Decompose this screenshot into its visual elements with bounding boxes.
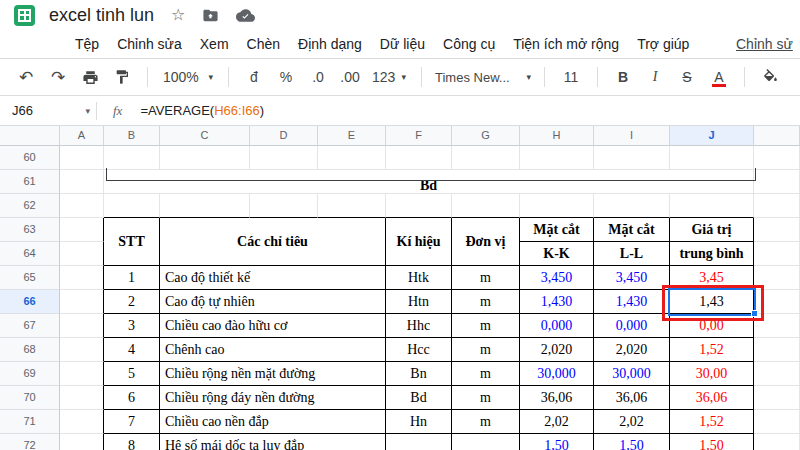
more-formats-button[interactable]: 123 ▾ <box>368 64 410 90</box>
cell-kk[interactable]: 1,430 <box>520 290 594 314</box>
table-header-avg[interactable]: trung bình <box>670 242 754 266</box>
cell[interactable] <box>754 242 800 266</box>
cell[interactable] <box>386 146 452 170</box>
cell[interactable] <box>60 338 104 362</box>
cell[interactable] <box>104 194 160 218</box>
cell-criteria[interactable]: Cao độ thiết kế <box>160 266 386 290</box>
cell[interactable] <box>60 146 104 170</box>
table-header-symbol[interactable]: Kí hiệu <box>386 218 452 266</box>
table-header-kk[interactable]: K-K <box>520 242 594 266</box>
redo-button[interactable]: ↷ <box>44 64 72 90</box>
cell[interactable] <box>60 410 104 434</box>
cell-avg[interactable]: 3,45 <box>670 266 754 290</box>
strikethrough-button[interactable]: S <box>673 64 701 90</box>
table-header-stt[interactable]: STT <box>104 218 160 266</box>
menu-edit[interactable]: Chỉnh sửa <box>108 33 191 55</box>
cell[interactable] <box>160 194 250 218</box>
cell-avg-selected[interactable]: 1,43 <box>670 290 754 314</box>
menu-data[interactable]: Dữ liệu <box>371 33 434 55</box>
cell-unit[interactable]: m <box>452 362 520 386</box>
cell[interactable] <box>754 362 800 386</box>
cell[interactable] <box>60 170 104 194</box>
decrease-decimal-button[interactable]: .0 <box>304 64 332 90</box>
menu-help[interactable]: Trợ giúp <box>628 33 698 55</box>
cell[interactable] <box>520 146 594 170</box>
cell[interactable] <box>754 146 800 170</box>
row-header-64[interactable]: 64 <box>0 242 60 266</box>
cell-criteria[interactable]: Chiều rộng đáy nền đường <box>160 386 386 410</box>
sheets-logo-icon[interactable] <box>14 5 35 26</box>
cell-avg[interactable]: 1,52 <box>670 338 754 362</box>
cell[interactable] <box>520 194 594 218</box>
cell-symbol[interactable] <box>386 434 452 450</box>
menu-view[interactable]: Xem <box>191 33 238 55</box>
row-header-65[interactable]: 65 <box>0 266 60 290</box>
cell[interactable] <box>60 194 104 218</box>
col-header-g[interactable]: G <box>452 126 520 146</box>
cell[interactable] <box>60 314 104 338</box>
menu-extensions[interactable]: Tiện ích mở rộng <box>504 33 628 55</box>
merged-cell-bd-label[interactable]: Bd <box>104 170 754 194</box>
cell-stt[interactable]: 6 <box>104 386 160 410</box>
col-header-a[interactable]: A <box>60 126 104 146</box>
cell[interactable] <box>104 146 160 170</box>
increase-decimal-button[interactable]: .00 <box>336 64 364 90</box>
cell-criteria[interactable]: Chiều cao nền đắp <box>160 410 386 434</box>
cell-avg[interactable]: 1,50 <box>670 434 754 450</box>
select-all-corner[interactable] <box>0 126 60 146</box>
cell-ll[interactable]: 2,020 <box>594 338 670 362</box>
cell-kk[interactable]: 2,020 <box>520 338 594 362</box>
undo-button[interactable]: ↶ <box>12 64 40 90</box>
cell[interactable] <box>60 386 104 410</box>
cell[interactable] <box>60 434 104 450</box>
cell-symbol[interactable]: Hcc <box>386 338 452 362</box>
table-header-unit[interactable]: Đơn vị <box>452 218 520 266</box>
cell-criteria[interactable]: Cao độ tự nhiên <box>160 290 386 314</box>
cell-kk[interactable]: 0,000 <box>520 314 594 338</box>
row-header-69[interactable]: 69 <box>0 362 60 386</box>
cell-ll[interactable]: 36,06 <box>594 386 670 410</box>
cell-stt[interactable]: 4 <box>104 338 160 362</box>
col-header-d[interactable]: D <box>250 126 318 146</box>
formula-input[interactable]: =AVERAGE(H66:I66) <box>140 103 264 118</box>
cell-criteria[interactable]: Chênh cao <box>160 338 386 362</box>
cell-symbol[interactable]: Bn <box>386 362 452 386</box>
cell-avg[interactable]: 0,00 <box>670 314 754 338</box>
cell-unit[interactable]: m <box>452 338 520 362</box>
cell[interactable] <box>250 194 318 218</box>
cell[interactable] <box>318 146 386 170</box>
cell[interactable] <box>594 194 670 218</box>
row-header-60[interactable]: 60 <box>0 146 60 170</box>
cell-ll[interactable]: 2,02 <box>594 410 670 434</box>
row-header-62[interactable]: 62 <box>0 194 60 218</box>
paint-format-button[interactable] <box>108 64 136 90</box>
row-header-72[interactable]: 72 <box>0 434 60 450</box>
table-header-criteria[interactable]: Các chỉ tiêu <box>160 218 386 266</box>
cell[interactable] <box>754 266 800 290</box>
cell-ll[interactable]: 1,50 <box>594 434 670 450</box>
last-edit-link[interactable]: Chỉnh sử <box>736 30 793 58</box>
row-header-63[interactable]: 63 <box>0 218 60 242</box>
cell[interactable] <box>452 194 520 218</box>
cell-unit[interactable] <box>452 434 520 450</box>
cell-criteria[interactable]: Chiều cao đào hữu cơ <box>160 314 386 338</box>
cell[interactable] <box>160 146 250 170</box>
cell-unit[interactable]: m <box>452 314 520 338</box>
cell[interactable] <box>670 146 754 170</box>
col-header-f[interactable]: F <box>386 126 452 146</box>
cell[interactable] <box>60 266 104 290</box>
cell-avg[interactable]: 36,06 <box>670 386 754 410</box>
cell-ll[interactable]: 30,000 <box>594 362 670 386</box>
menu-insert[interactable]: Chèn <box>238 33 289 55</box>
row-header-66[interactable]: 66 <box>0 290 60 314</box>
cell-criteria[interactable]: Hệ số mái dốc ta luy đắp <box>160 434 386 450</box>
cell[interactable] <box>386 194 452 218</box>
cell[interactable] <box>754 434 800 450</box>
cell[interactable] <box>754 218 800 242</box>
cell-unit[interactable]: m <box>452 266 520 290</box>
text-color-button[interactable]: A <box>705 64 733 90</box>
font-size-select[interactable]: 11 <box>556 64 586 90</box>
cell[interactable] <box>250 146 318 170</box>
cell-stt[interactable]: 2 <box>104 290 160 314</box>
cell-ll[interactable]: 0,000 <box>594 314 670 338</box>
